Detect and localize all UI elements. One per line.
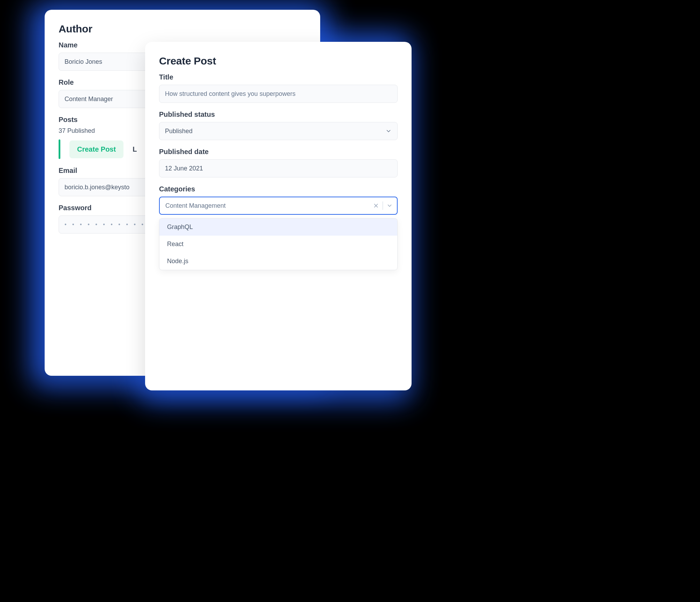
create-post-card: Create Post Title How structured content… xyxy=(145,42,412,390)
categories-field: Categories Content Management GraphQL Re… xyxy=(159,185,398,270)
chevron-down-icon[interactable] xyxy=(386,203,393,209)
date-input[interactable]: 12 June 2021 xyxy=(159,159,398,177)
author-card-title: Author xyxy=(59,23,306,35)
status-select[interactable]: Published xyxy=(159,122,398,140)
title-label: Title xyxy=(159,73,398,81)
email-value: boricio.b.jones@keysto xyxy=(65,184,129,191)
dropdown-option[interactable]: GraphQL xyxy=(159,219,397,236)
chevron-down-icon xyxy=(385,128,392,134)
create-post-tab[interactable]: Create Post xyxy=(69,140,123,158)
title-value: How structured content gives you superpo… xyxy=(165,90,295,98)
status-field: Published status Published xyxy=(159,111,398,140)
date-label: Published date xyxy=(159,148,398,156)
role-value: Content Manager xyxy=(65,96,113,103)
clear-icon[interactable] xyxy=(373,203,379,209)
status-label: Published status xyxy=(159,111,398,119)
status-value: Published xyxy=(165,128,193,135)
dropdown-option[interactable]: Node.js xyxy=(159,253,397,270)
tab-accent-bar xyxy=(59,139,60,159)
categories-value: Content Management xyxy=(165,202,226,209)
categories-label: Categories xyxy=(159,185,398,193)
categories-dropdown: GraphQL React Node.js xyxy=(159,218,398,270)
date-value: 12 June 2021 xyxy=(165,165,203,172)
categories-combobox[interactable]: Content Management xyxy=(159,197,398,215)
combo-divider xyxy=(383,201,383,210)
create-post-title: Create Post xyxy=(159,55,398,67)
dropdown-option[interactable]: React xyxy=(159,236,397,253)
date-field: Published date 12 June 2021 xyxy=(159,148,398,177)
title-input[interactable]: How structured content gives you superpo… xyxy=(159,85,398,103)
name-value: Boricio Jones xyxy=(65,58,102,66)
title-field: Title How structured content gives you s… xyxy=(159,73,398,103)
link-tab[interactable]: L xyxy=(133,145,137,153)
